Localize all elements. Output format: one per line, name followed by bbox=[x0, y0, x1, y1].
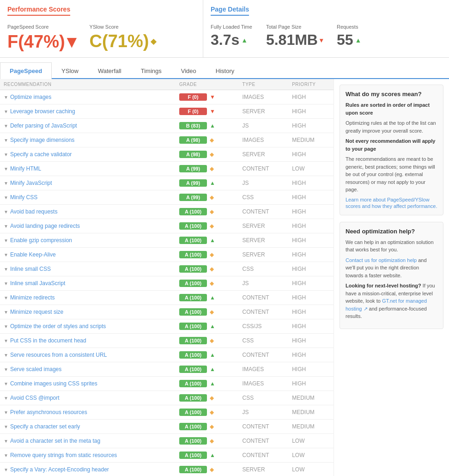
priority-cell: HIGH bbox=[288, 305, 334, 319]
scores-meaning-link[interactable]: Learn more about PageSpeed/YSlow scores … bbox=[346, 197, 437, 209]
rec-name-link[interactable]: ▼ Leverage browser caching bbox=[4, 108, 172, 115]
rec-name-link[interactable]: ▼ Combine images using CSS sprites bbox=[4, 380, 172, 387]
grade-icon: ◆ bbox=[210, 266, 214, 272]
rec-name-link[interactable]: ▼ Inline small CSS bbox=[4, 266, 172, 272]
rec-name-link[interactable]: ▼ Minimize request size bbox=[4, 309, 172, 315]
rec-name-link[interactable]: ▼ Specify a Vary: Accept-Encoding header bbox=[4, 466, 172, 473]
scores-meaning-card: What do my scores mean? Rules are sorted… bbox=[340, 85, 443, 215]
caret-icon: ▼ bbox=[4, 209, 8, 214]
table-row: ▼ Minify HTML A (99) ◆ CONTENTLOW bbox=[0, 162, 334, 176]
type-cell: SERVER bbox=[239, 463, 289, 476]
rec-name-link[interactable]: ▼ Defer parsing of JavaScript bbox=[4, 122, 172, 129]
table-row: ▼ Minify JavaScript A (99) ▲ JSHIGH bbox=[0, 176, 334, 190]
grade-pill: A (100) bbox=[179, 280, 207, 287]
table-row: ▼ Defer parsing of JavaScript B (83) ▲ J… bbox=[0, 119, 334, 133]
grade-icon: ◆ bbox=[210, 395, 214, 401]
pagespeed-arrow: ▾ bbox=[67, 31, 76, 52]
tab-video[interactable]: Video bbox=[171, 62, 206, 79]
caret-icon: ▼ bbox=[4, 252, 8, 257]
rec-name-link[interactable]: ▼ Enable gzip compression bbox=[4, 237, 172, 244]
rec-name-link[interactable]: ▼ Prefer asynchronous resources bbox=[4, 409, 172, 415]
rec-name-cell: ▼ Avoid bad requests bbox=[0, 205, 176, 219]
rec-name-link[interactable]: ▼ Avoid bad requests bbox=[4, 208, 172, 215]
grade-icon: ▲ bbox=[210, 122, 215, 129]
table-row: ▼ Avoid bad requests A (100) ◆ CONTENTHI… bbox=[0, 205, 334, 219]
table-row: ▼ Specify a character set early A (100) … bbox=[0, 420, 334, 434]
type-cell: CSS bbox=[239, 262, 289, 276]
rec-name-link[interactable]: ▼ Inline small JavaScript bbox=[4, 280, 172, 287]
yslow-value: C(71%)◆ bbox=[90, 31, 157, 51]
grade-bar: F (0) ▼ bbox=[179, 93, 235, 101]
rec-name-link[interactable]: ▼ Specify a character set early bbox=[4, 423, 172, 430]
loaded-time-item: Fully Loaded Time 3.7s▲ bbox=[211, 24, 252, 49]
yslow-score-item: YSlow Score C(71%)◆ bbox=[90, 24, 157, 51]
tab-waterfall[interactable]: Waterfall bbox=[88, 62, 131, 79]
caret-icon: ▼ bbox=[4, 467, 8, 472]
priority-cell: HIGH bbox=[288, 319, 334, 334]
rec-name-link[interactable]: ▼ Serve resources from a consistent URL bbox=[4, 352, 172, 358]
priority-cell: HIGH bbox=[288, 233, 334, 248]
rec-name-link[interactable]: ▼ Specify image dimensions bbox=[4, 137, 172, 143]
grade-bar: A (100) ◆ bbox=[179, 251, 235, 258]
rec-name-cell: ▼ Defer parsing of JavaScript bbox=[0, 119, 176, 133]
rec-name-cell: ▼ Specify image dimensions bbox=[0, 133, 176, 147]
page-size-item: Total Page Size 5.81MB▾ bbox=[266, 24, 323, 49]
rec-name-link[interactable]: ▼ Avoid landing page redirects bbox=[4, 223, 172, 229]
tab-history[interactable]: History bbox=[206, 62, 244, 79]
rec-name-link[interactable]: ▼ Put CSS in the document head bbox=[4, 337, 172, 344]
caret-icon: ▼ bbox=[4, 95, 8, 100]
rec-name-link[interactable]: ▼ Minimize redirects bbox=[4, 294, 172, 301]
priority-cell: MEDIUM bbox=[288, 420, 334, 434]
rec-name-link[interactable]: ▼ Minify CSS bbox=[4, 194, 172, 201]
rec-name-link[interactable]: ▼ Specify a cache validator bbox=[4, 151, 172, 158]
grade-bar: A (100) ▲ bbox=[179, 294, 235, 301]
rec-name-link[interactable]: ▼ Optimize the order of styles and scrip… bbox=[4, 323, 172, 330]
rec-name-link[interactable]: ▼ Remove query strings from static resou… bbox=[4, 452, 172, 458]
grade-bar: A (100) ▲ bbox=[179, 380, 235, 387]
priority-cell: HIGH bbox=[288, 377, 334, 391]
grade-cell: A (100) ▲ bbox=[176, 362, 239, 377]
priority-cell: HIGH bbox=[288, 147, 334, 162]
caret-icon: ▼ bbox=[4, 324, 8, 329]
rec-name-cell: ▼ Minimize redirects bbox=[0, 291, 176, 305]
tab-timings[interactable]: Timings bbox=[131, 62, 171, 79]
grade-pill: A (100) bbox=[179, 437, 207, 445]
caret-icon: ▼ bbox=[4, 453, 8, 458]
tab-yslow[interactable]: YSlow bbox=[52, 62, 88, 79]
grade-cell: A (99) ◆ bbox=[176, 190, 239, 205]
grade-cell: A (99) ▲ bbox=[176, 176, 239, 190]
rec-name-link[interactable]: ▼ Enable Keep-Alive bbox=[4, 251, 172, 258]
grade-pill: A (100) bbox=[179, 394, 207, 402]
priority-cell: HIGH bbox=[288, 334, 334, 348]
rec-name-link[interactable]: ▼ Minify HTML bbox=[4, 165, 172, 172]
rec-name-cell: ▼ Optimize images bbox=[0, 90, 176, 104]
table-row: ▼ Optimize images F (0) ▼ IMAGESHIGH bbox=[0, 90, 334, 104]
grade-icon: ◆ bbox=[210, 251, 214, 258]
optimization-help-card: Need optimization help? We can help in a… bbox=[340, 222, 443, 329]
requests-value: 55▲ bbox=[337, 31, 361, 49]
type-cell: CONTENT bbox=[239, 291, 289, 305]
gt-net-link[interactable]: GT.net for managed hosting ↗ bbox=[346, 298, 427, 311]
rec-name-link[interactable]: ▼ Optimize images bbox=[4, 94, 172, 100]
priority-cell: HIGH bbox=[288, 104, 334, 119]
yslow-arrow: ◆ bbox=[151, 37, 156, 46]
caret-icon: ▼ bbox=[4, 138, 8, 143]
rec-name-link[interactable]: ▼ Minify JavaScript bbox=[4, 180, 172, 186]
rec-name-link[interactable]: ▼ Serve scaled images bbox=[4, 366, 172, 372]
scores-meaning-text1: Optimizing rules at the top of the list … bbox=[346, 119, 437, 134]
priority-cell: HIGH bbox=[288, 90, 334, 104]
contact-link[interactable]: Contact us for optimization help bbox=[346, 257, 417, 263]
table-row: ▼ Inline small CSS A (100) ◆ CSSHIGH bbox=[0, 262, 334, 276]
optimization-help-title: Need optimization help? bbox=[346, 228, 437, 235]
loaded-time-label: Fully Loaded Time bbox=[211, 24, 252, 30]
tab-pagespeed[interactable]: PageSpeed bbox=[0, 62, 52, 79]
type-cell: JS bbox=[239, 405, 289, 420]
grade-bar: A (100) ◆ bbox=[179, 394, 235, 402]
rec-name-link[interactable]: ▼ Avoid CSS @import bbox=[4, 395, 172, 401]
priority-cell: HIGH bbox=[288, 291, 334, 305]
caret-icon: ▼ bbox=[4, 281, 8, 286]
grade-cell: A (100) ◆ bbox=[176, 305, 239, 319]
rec-name-link[interactable]: ▼ Avoid a character set in the meta tag bbox=[4, 438, 172, 444]
grade-icon: ▼ bbox=[210, 108, 215, 115]
grade-pill: A (100) bbox=[179, 409, 207, 416]
